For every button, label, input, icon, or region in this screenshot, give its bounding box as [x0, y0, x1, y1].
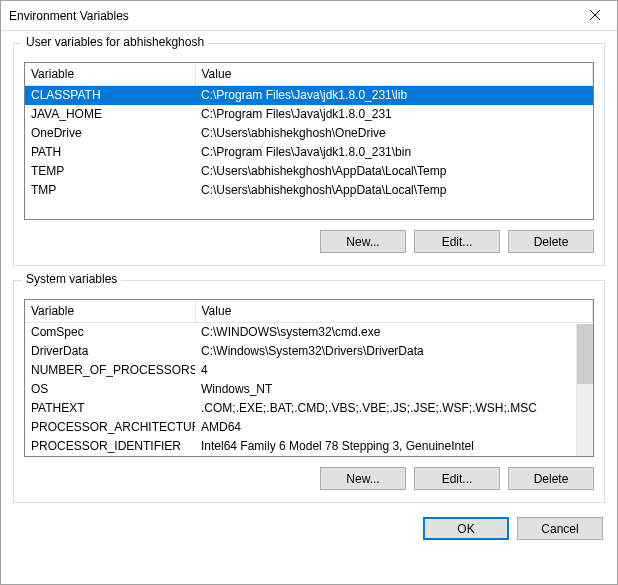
- dialog-content: User variables for abhishekghosh Variabl…: [1, 31, 617, 584]
- system-delete-button[interactable]: Delete: [508, 467, 594, 490]
- table-row[interactable]: CLASSPATHC:\Program Files\Java\jdk1.8.0_…: [25, 86, 593, 106]
- user-delete-button[interactable]: Delete: [508, 230, 594, 253]
- table-row[interactable]: OneDriveC:\Users\abhishekghosh\OneDrive: [25, 124, 593, 143]
- table-row[interactable]: TMPC:\Users\abhishekghosh\AppData\Local\…: [25, 181, 593, 200]
- table-row[interactable]: PROCESSOR_ARCHITECTUREAMD64: [25, 418, 593, 437]
- cell-variable: PROCESSOR_ARCHITECTURE: [25, 418, 195, 437]
- cell-value: C:\Program Files\Java\jdk1.8.0_231\lib: [195, 86, 593, 106]
- cell-value: Windows_NT: [195, 380, 593, 399]
- table-row[interactable]: OSWindows_NT: [25, 380, 593, 399]
- table-row[interactable]: TEMPC:\Users\abhishekghosh\AppData\Local…: [25, 162, 593, 181]
- table-row[interactable]: ComSpecC:\WINDOWS\system32\cmd.exe: [25, 323, 593, 343]
- user-variables-table-wrap[interactable]: Variable Value CLASSPATHC:\Program Files…: [24, 62, 594, 220]
- close-button[interactable]: [572, 1, 617, 31]
- table-row[interactable]: PATHC:\Program Files\Java\jdk1.8.0_231\b…: [25, 143, 593, 162]
- table-row[interactable]: JAVA_HOMEC:\Program Files\Java\jdk1.8.0_…: [25, 105, 593, 124]
- ok-button[interactable]: OK: [423, 517, 509, 540]
- table-row[interactable]: NUMBER_OF_PROCESSORS4: [25, 361, 593, 380]
- cell-value: C:\Users\abhishekghosh\AppData\Local\Tem…: [195, 181, 593, 200]
- cell-variable: PROCESSOR_IDENTIFIER: [25, 437, 195, 456]
- cell-variable: DriverData: [25, 342, 195, 361]
- cell-value: C:\Users\abhishekghosh\OneDrive: [195, 124, 593, 143]
- user-group-legend: User variables for abhishekghosh: [22, 35, 208, 49]
- user-variables-group: User variables for abhishekghosh Variabl…: [13, 43, 605, 266]
- sys-col-value[interactable]: Value: [195, 300, 593, 323]
- cell-value: C:\Program Files\Java\jdk1.8.0_231: [195, 105, 593, 124]
- system-group-legend: System variables: [22, 272, 121, 286]
- sys-col-variable[interactable]: Variable: [25, 300, 195, 323]
- dialog-button-row: OK Cancel: [13, 517, 605, 544]
- cell-variable: TEMP: [25, 162, 195, 181]
- close-icon: [590, 8, 600, 23]
- cancel-button[interactable]: Cancel: [517, 517, 603, 540]
- user-variables-table: Variable Value CLASSPATHC:\Program Files…: [25, 63, 593, 200]
- table-row[interactable]: PATHEXT.COM;.EXE;.BAT;.CMD;.VBS;.VBE;.JS…: [25, 399, 593, 418]
- cell-variable: OneDrive: [25, 124, 195, 143]
- cell-value: AMD64: [195, 418, 593, 437]
- cell-variable: OS: [25, 380, 195, 399]
- system-variables-group: System variables Variable Value ComSpecC…: [13, 280, 605, 503]
- system-scrollbar[interactable]: [576, 324, 593, 456]
- system-new-button[interactable]: New...: [320, 467, 406, 490]
- scrollbar-thumb[interactable]: [577, 324, 593, 384]
- user-col-variable[interactable]: Variable: [25, 63, 195, 86]
- cell-variable: JAVA_HOME: [25, 105, 195, 124]
- cell-variable: NUMBER_OF_PROCESSORS: [25, 361, 195, 380]
- cell-value: 4: [195, 361, 593, 380]
- system-variables-table-wrap[interactable]: Variable Value ComSpecC:\WINDOWS\system3…: [24, 299, 594, 457]
- cell-value: C:\Program Files\Java\jdk1.8.0_231\bin: [195, 143, 593, 162]
- cell-variable: TMP: [25, 181, 195, 200]
- cell-variable: PATH: [25, 143, 195, 162]
- system-edit-button[interactable]: Edit...: [414, 467, 500, 490]
- user-col-value[interactable]: Value: [195, 63, 593, 86]
- cell-value: .COM;.EXE;.BAT;.CMD;.VBS;.VBE;.JS;.JSE;.…: [195, 399, 593, 418]
- table-row[interactable]: DriverDataC:\Windows\System32\Drivers\Dr…: [25, 342, 593, 361]
- cell-value: Intel64 Family 6 Model 78 Stepping 3, Ge…: [195, 437, 593, 456]
- user-new-button[interactable]: New...: [320, 230, 406, 253]
- cell-variable: CLASSPATH: [25, 86, 195, 106]
- cell-variable: ComSpec: [25, 323, 195, 343]
- cell-variable: PATHEXT: [25, 399, 195, 418]
- cell-value: C:\Users\abhishekghosh\AppData\Local\Tem…: [195, 162, 593, 181]
- table-row[interactable]: PROCESSOR_IDENTIFIERIntel64 Family 6 Mod…: [25, 437, 593, 456]
- user-button-row: New... Edit... Delete: [24, 230, 594, 253]
- system-variables-table: Variable Value ComSpecC:\WINDOWS\system3…: [25, 300, 593, 456]
- system-button-row: New... Edit... Delete: [24, 467, 594, 490]
- user-edit-button[interactable]: Edit...: [414, 230, 500, 253]
- window-title: Environment Variables: [1, 9, 572, 23]
- titlebar: Environment Variables: [1, 1, 617, 31]
- env-vars-dialog: Environment Variables User variables for…: [0, 0, 618, 585]
- cell-value: C:\Windows\System32\Drivers\DriverData: [195, 342, 593, 361]
- cell-value: C:\WINDOWS\system32\cmd.exe: [195, 323, 593, 343]
